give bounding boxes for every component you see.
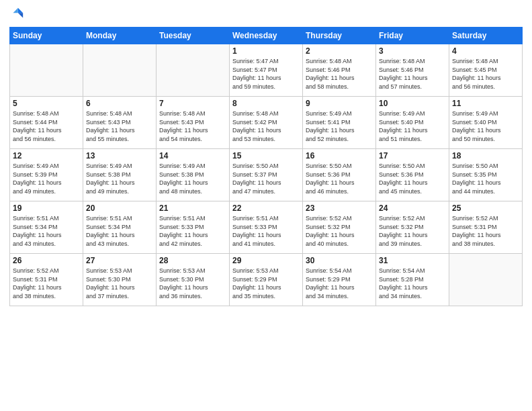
calendar-week-row: 5Sunrise: 5:48 AM Sunset: 5:44 PM Daylig… <box>10 97 523 149</box>
calendar-cell: 26Sunrise: 5:52 AM Sunset: 5:31 PM Dayli… <box>10 254 83 306</box>
day-info: Sunrise: 5:51 AM Sunset: 5:33 PM Dayligh… <box>159 214 226 248</box>
logo <box>9 7 26 21</box>
calendar-cell: 22Sunrise: 5:51 AM Sunset: 5:33 PM Dayli… <box>230 201 303 254</box>
day-number: 16 <box>306 151 373 161</box>
day-number: 2 <box>306 46 373 56</box>
day-number: 4 <box>452 46 519 56</box>
day-number: 13 <box>86 151 153 161</box>
svg-marker-1 <box>13 8 18 13</box>
day-number: 26 <box>13 256 80 265</box>
day-number: 23 <box>306 203 373 213</box>
calendar-cell: 19Sunrise: 5:51 AM Sunset: 5:34 PM Dayli… <box>10 201 83 254</box>
day-info: Sunrise: 5:52 AM Sunset: 5:32 PM Dayligh… <box>379 214 446 248</box>
day-number: 11 <box>452 99 519 108</box>
day-number: 15 <box>232 151 300 161</box>
day-number: 8 <box>232 99 300 108</box>
day-info: Sunrise: 5:48 AM Sunset: 5:43 PM Dayligh… <box>159 109 226 143</box>
calendar-cell: 13Sunrise: 5:49 AM Sunset: 5:38 PM Dayli… <box>83 149 157 201</box>
calendar-cell: 29Sunrise: 5:53 AM Sunset: 5:29 PM Dayli… <box>230 254 303 306</box>
calendar-week-row: 19Sunrise: 5:51 AM Sunset: 5:34 PM Dayli… <box>10 201 523 254</box>
calendar-cell: 11Sunrise: 5:49 AM Sunset: 5:40 PM Dayli… <box>449 97 523 149</box>
calendar-cell: 6Sunrise: 5:48 AM Sunset: 5:43 PM Daylig… <box>83 97 157 149</box>
day-number: 6 <box>86 99 153 108</box>
day-number: 3 <box>379 46 446 56</box>
logo-icon <box>9 7 24 21</box>
day-info: Sunrise: 5:50 AM Sunset: 5:36 PM Dayligh… <box>379 162 446 195</box>
calendar-cell: 23Sunrise: 5:52 AM Sunset: 5:32 PM Dayli… <box>303 201 376 254</box>
calendar-cell: 27Sunrise: 5:53 AM Sunset: 5:30 PM Dayli… <box>83 254 157 306</box>
day-info: Sunrise: 5:49 AM Sunset: 5:38 PM Dayligh… <box>86 162 153 195</box>
calendar-cell: 7Sunrise: 5:48 AM Sunset: 5:43 PM Daylig… <box>157 97 230 149</box>
day-number: 24 <box>379 203 446 213</box>
day-number: 31 <box>379 256 446 265</box>
calendar-cell: 5Sunrise: 5:48 AM Sunset: 5:44 PM Daylig… <box>10 97 83 149</box>
day-info: Sunrise: 5:51 AM Sunset: 5:34 PM Dayligh… <box>86 214 153 248</box>
day-info: Sunrise: 5:52 AM Sunset: 5:31 PM Dayligh… <box>13 267 80 300</box>
weekday-header: Thursday <box>303 28 376 44</box>
day-info: Sunrise: 5:49 AM Sunset: 5:41 PM Dayligh… <box>306 109 373 143</box>
calendar-cell <box>157 44 230 97</box>
calendar-cell: 3Sunrise: 5:48 AM Sunset: 5:46 PM Daylig… <box>376 44 449 97</box>
calendar-cell: 30Sunrise: 5:54 AM Sunset: 5:29 PM Dayli… <box>303 254 376 306</box>
day-number: 20 <box>86 203 153 213</box>
weekday-header: Sunday <box>10 28 83 44</box>
day-info: Sunrise: 5:53 AM Sunset: 5:29 PM Dayligh… <box>232 267 300 300</box>
day-number: 10 <box>379 99 446 108</box>
weekday-header: Tuesday <box>157 28 230 44</box>
day-number: 29 <box>232 256 300 265</box>
day-number: 1 <box>232 46 300 56</box>
calendar-week-row: 26Sunrise: 5:52 AM Sunset: 5:31 PM Dayli… <box>10 254 523 306</box>
day-info: Sunrise: 5:53 AM Sunset: 5:30 PM Dayligh… <box>159 267 226 300</box>
calendar-cell: 25Sunrise: 5:52 AM Sunset: 5:31 PM Dayli… <box>449 201 523 254</box>
day-info: Sunrise: 5:52 AM Sunset: 5:31 PM Dayligh… <box>452 214 519 248</box>
day-info: Sunrise: 5:48 AM Sunset: 5:44 PM Dayligh… <box>13 109 80 143</box>
calendar-cell: 1Sunrise: 5:47 AM Sunset: 5:47 PM Daylig… <box>230 44 303 97</box>
calendar-cell <box>449 254 523 306</box>
calendar: SundayMondayTuesdayWednesdayThursdayFrid… <box>9 27 523 306</box>
calendar-cell: 2Sunrise: 5:48 AM Sunset: 5:46 PM Daylig… <box>303 44 376 97</box>
calendar-cell: 18Sunrise: 5:50 AM Sunset: 5:35 PM Dayli… <box>449 149 523 201</box>
day-number: 21 <box>159 203 226 213</box>
day-number: 17 <box>379 151 446 161</box>
day-number: 25 <box>452 203 519 213</box>
day-number: 9 <box>306 99 373 108</box>
day-number: 27 <box>86 256 153 265</box>
calendar-cell: 8Sunrise: 5:48 AM Sunset: 5:42 PM Daylig… <box>230 97 303 149</box>
day-info: Sunrise: 5:50 AM Sunset: 5:37 PM Dayligh… <box>232 162 300 195</box>
day-number: 18 <box>452 151 519 161</box>
weekday-header: Wednesday <box>230 28 303 44</box>
page: SundayMondayTuesdayWednesdayThursdayFrid… <box>0 0 532 411</box>
calendar-cell: 24Sunrise: 5:52 AM Sunset: 5:32 PM Dayli… <box>376 201 449 254</box>
day-number: 14 <box>159 151 226 161</box>
calendar-cell: 14Sunrise: 5:49 AM Sunset: 5:38 PM Dayli… <box>157 149 230 201</box>
day-number: 19 <box>13 203 80 213</box>
day-number: 7 <box>159 99 226 108</box>
day-info: Sunrise: 5:48 AM Sunset: 5:46 PM Dayligh… <box>379 57 446 91</box>
calendar-cell: 28Sunrise: 5:53 AM Sunset: 5:30 PM Dayli… <box>157 254 230 306</box>
day-info: Sunrise: 5:52 AM Sunset: 5:32 PM Dayligh… <box>306 214 373 248</box>
calendar-cell: 12Sunrise: 5:49 AM Sunset: 5:39 PM Dayli… <box>10 149 83 201</box>
calendar-cell <box>10 44 83 97</box>
calendar-cell: 20Sunrise: 5:51 AM Sunset: 5:34 PM Dayli… <box>83 201 157 254</box>
day-info: Sunrise: 5:49 AM Sunset: 5:40 PM Dayligh… <box>379 109 446 143</box>
day-number: 5 <box>13 99 80 108</box>
svg-marker-2 <box>18 13 23 17</box>
calendar-cell: 15Sunrise: 5:50 AM Sunset: 5:37 PM Dayli… <box>230 149 303 201</box>
weekday-header: Saturday <box>449 28 523 44</box>
day-number: 28 <box>159 256 226 265</box>
calendar-cell: 9Sunrise: 5:49 AM Sunset: 5:41 PM Daylig… <box>303 97 376 149</box>
svg-marker-0 <box>18 8 23 13</box>
weekday-header: Friday <box>376 28 449 44</box>
day-info: Sunrise: 5:49 AM Sunset: 5:38 PM Dayligh… <box>159 162 226 195</box>
day-number: 30 <box>306 256 373 265</box>
calendar-cell: 31Sunrise: 5:54 AM Sunset: 5:28 PM Dayli… <box>376 254 449 306</box>
day-info: Sunrise: 5:47 AM Sunset: 5:47 PM Dayligh… <box>232 57 300 91</box>
day-info: Sunrise: 5:48 AM Sunset: 5:43 PM Dayligh… <box>86 109 153 143</box>
day-info: Sunrise: 5:54 AM Sunset: 5:28 PM Dayligh… <box>379 267 446 300</box>
calendar-cell: 4Sunrise: 5:48 AM Sunset: 5:45 PM Daylig… <box>449 44 523 97</box>
calendar-cell <box>83 44 157 97</box>
day-info: Sunrise: 5:49 AM Sunset: 5:40 PM Dayligh… <box>452 109 519 143</box>
day-number: 12 <box>13 151 80 161</box>
day-info: Sunrise: 5:53 AM Sunset: 5:30 PM Dayligh… <box>86 267 153 300</box>
day-info: Sunrise: 5:49 AM Sunset: 5:39 PM Dayligh… <box>13 162 80 195</box>
